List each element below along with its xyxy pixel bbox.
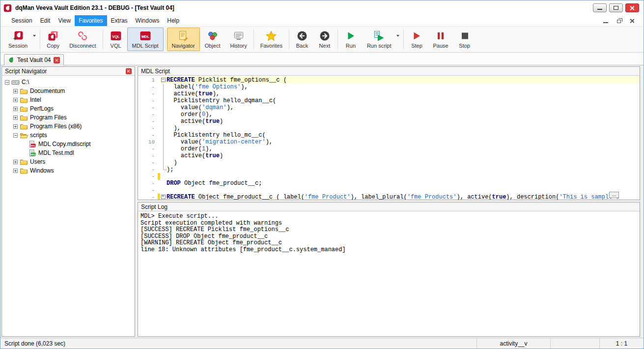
status-context: activity__v xyxy=(476,338,550,349)
expand-plus-icon[interactable]: + xyxy=(13,116,18,120)
editor-line[interactable]: - value('dqman'), xyxy=(138,104,640,111)
editor-line[interactable]: - order(0), xyxy=(138,111,640,118)
tree-item[interactable]: MDLMDL Test.mdl xyxy=(2,148,135,157)
run-button[interactable]: Run xyxy=(339,28,362,51)
navigator-button[interactable]: Navigator xyxy=(167,28,200,51)
copy-icon xyxy=(48,30,58,41)
log-line: [SUCCESS] RECREATE Picklist fme_options_… xyxy=(140,227,637,233)
editor-line[interactable]: -+RECREATE Object fme_product__c ( label… xyxy=(138,194,640,200)
fold-collapse-icon[interactable]: − xyxy=(161,78,166,82)
editor-line[interactable]: - xyxy=(138,187,640,194)
menu-view[interactable]: View xyxy=(54,15,75,26)
favorites-button[interactable]: Favorites xyxy=(255,28,287,51)
log-line: Script execution completed with warnings xyxy=(140,220,637,227)
object-button[interactable]: Object xyxy=(200,28,225,51)
next-button[interactable]: Next xyxy=(313,28,336,51)
tab-label: Test Vault 04 xyxy=(17,57,51,63)
pause-label: Pause xyxy=(433,43,448,49)
expand-plus-icon[interactable]: + xyxy=(13,89,18,93)
expand-plus-icon[interactable]: + xyxy=(13,107,18,111)
tab-close-button[interactable] xyxy=(54,57,60,63)
tree-item[interactable]: +Intel xyxy=(2,95,135,104)
editor-line[interactable]: - active(true), xyxy=(138,90,640,97)
editor-line[interactable]: - ) xyxy=(138,159,640,166)
editor-line[interactable]: - ), xyxy=(138,125,640,132)
tree-item[interactable]: −scripts xyxy=(2,131,135,140)
collapse-minus-icon[interactable]: − xyxy=(13,133,18,138)
expand-plus-icon[interactable]: + xyxy=(13,160,18,164)
editor-line[interactable]: -DROP Object fme_product__c; xyxy=(138,180,640,187)
session-dropdown-arrow[interactable] xyxy=(32,28,38,51)
menu-session[interactable]: Session xyxy=(7,15,36,26)
tree-item-label: scripts xyxy=(30,132,47,139)
pause-button[interactable]: Pause xyxy=(428,28,453,51)
fold-column xyxy=(160,159,167,166)
menu-favorites[interactable]: Favorites xyxy=(75,15,107,26)
editor-line[interactable]: - Picklistentry hello_dqman__c( xyxy=(138,97,640,104)
tree-item[interactable]: +Documentum xyxy=(2,87,135,95)
mdi-restore-button[interactable] xyxy=(616,17,622,24)
editor-line[interactable]: 1−RECREATE Picklist fme_options__c ( xyxy=(138,77,640,84)
editor-overflow-button[interactable]: ... xyxy=(609,192,619,198)
stop-button[interactable]: Stop xyxy=(453,28,476,51)
script-navigator-close-button[interactable] xyxy=(126,68,132,74)
mdl-script-label: MDL Script xyxy=(132,43,159,49)
run-script-dropdown-arrow[interactable] xyxy=(396,28,402,51)
file-mdl-red-icon: MDL xyxy=(28,141,36,148)
history-button[interactable]: History xyxy=(225,28,252,51)
tab-test-vault-04[interactable]: Test Vault 04 xyxy=(4,54,64,65)
maximize-button[interactable] xyxy=(609,3,623,12)
expand-plus-icon[interactable]: + xyxy=(13,98,18,102)
editor-line[interactable]: 10 value('migration-center'), xyxy=(138,139,640,145)
file-tree: −C:\+Documentum+Intel+PerfLogs+Program F… xyxy=(2,76,135,336)
editor-line[interactable]: - xyxy=(138,173,640,180)
step-icon xyxy=(412,30,421,41)
tree-item[interactable]: +Users xyxy=(2,157,135,166)
toolbar: SessionCopyDisconnectVQLVQLMDLMDL Script… xyxy=(0,27,644,53)
minimize-button[interactable] xyxy=(593,3,607,12)
tree-item[interactable]: +Program Files xyxy=(2,113,135,122)
script-log-output[interactable]: MDL> Execute script...Script execution c… xyxy=(138,211,640,336)
tree-item-label: Program Files (x86) xyxy=(30,123,82,130)
tree-item[interactable]: +Program Files (x86) xyxy=(2,122,135,131)
session-button[interactable]: Session xyxy=(3,28,32,51)
tree-item[interactable]: +Windows xyxy=(2,166,135,175)
fold-expand-icon[interactable]: + xyxy=(161,195,166,199)
tree-item[interactable]: MDLMDL Copy.mdlscript xyxy=(2,140,135,148)
mdi-close-button[interactable] xyxy=(629,17,636,24)
fold-column xyxy=(160,118,167,125)
tree-item[interactable]: +PerfLogs xyxy=(2,104,135,113)
code-text xyxy=(167,187,640,194)
run-script-button[interactable]: Run script xyxy=(362,28,396,51)
menu-help[interactable]: Help xyxy=(163,15,183,26)
vql-button[interactable]: VQLVQL xyxy=(105,28,127,51)
menu-edit[interactable]: Edit xyxy=(36,15,55,26)
editor-line[interactable]: -); xyxy=(138,166,640,173)
code-text: label('fme Options'), xyxy=(167,84,640,90)
back-button[interactable]: Back xyxy=(291,28,313,51)
editor-line[interactable]: - active(true) xyxy=(138,152,640,159)
step-button[interactable]: Step xyxy=(405,28,428,51)
collapse-minus-icon[interactable]: − xyxy=(5,80,9,85)
menu-windows[interactable]: Windows xyxy=(132,15,164,26)
editor-line[interactable]: - active(true) xyxy=(138,118,640,125)
editor-line[interactable]: - Picklistentry hello_mc__c( xyxy=(138,132,640,139)
tree-item[interactable]: −C:\ xyxy=(2,78,135,87)
disconnect-button[interactable]: Disconnect xyxy=(64,28,101,51)
menu-extras[interactable]: Extras xyxy=(107,15,132,26)
close-button[interactable] xyxy=(625,3,639,12)
tree-item-label: C:\ xyxy=(22,79,29,86)
code-text: Picklistentry hello_dqman__c( xyxy=(167,97,640,104)
copy-button[interactable]: Copy xyxy=(42,28,64,51)
mdi-minimize-button[interactable] xyxy=(602,17,609,24)
mdl-script-button[interactable]: MDLMDL Script xyxy=(127,28,164,51)
line-number: - xyxy=(138,90,158,97)
expand-plus-icon[interactable]: + xyxy=(13,124,18,129)
expand-plus-icon[interactable]: + xyxy=(13,169,18,173)
code-editor[interactable]: ... 1−RECREATE Picklist fme_options__c (… xyxy=(138,76,640,200)
folder-icon xyxy=(20,167,28,174)
editor-line[interactable]: - label('fme Options'), xyxy=(138,84,640,90)
line-number: - xyxy=(138,118,158,125)
chevron-down-icon xyxy=(396,35,399,37)
editor-line[interactable]: - order(1), xyxy=(138,145,640,152)
